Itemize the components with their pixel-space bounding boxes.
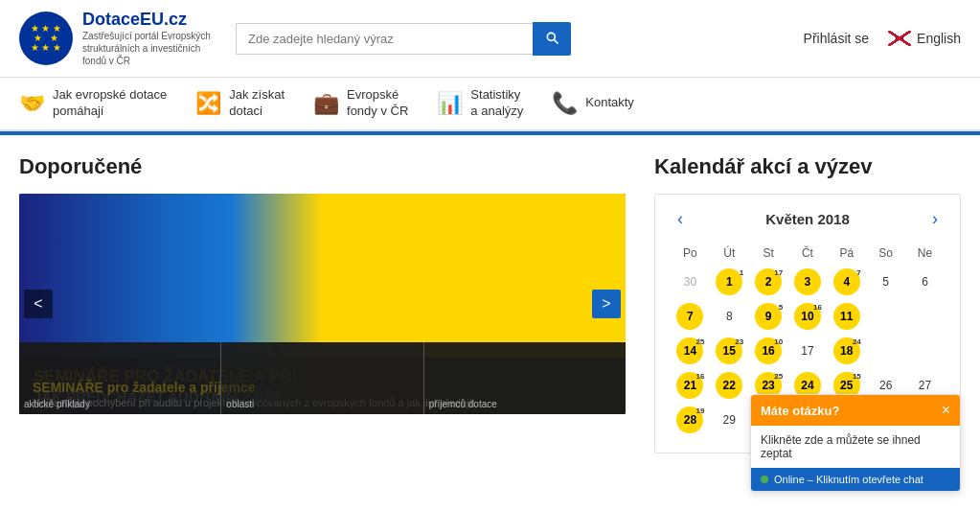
nav-jak-ziskat[interactable]: 🔀 Jak získat dotaci (195, 87, 285, 120)
calendar-cell[interactable]: 2116 (672, 369, 709, 402)
chart-icon: 📊 (437, 91, 463, 116)
calendar-cell: 30 (672, 266, 709, 298)
calendar-cell (906, 300, 944, 333)
search-icon (544, 30, 559, 45)
cal-header-ne: Ne (906, 243, 944, 264)
eu-logo: ★ ★ ★★ ★★ ★ ★ (19, 12, 73, 65)
nav-statistiky[interactable]: 📊 Statistiky a analýzy (437, 87, 523, 120)
calendar-cell[interactable]: 1016 (789, 300, 827, 333)
calendar-cell[interactable]: 1425 (672, 335, 709, 367)
cal-header-so: So (867, 243, 904, 264)
site-subtitle: Zastřešující portál Evropských strukturá… (82, 30, 217, 67)
carousel-next-button[interactable]: > (592, 290, 621, 318)
calendar-next-button[interactable]: › (924, 209, 946, 229)
header-right: Přihlásit se English (804, 31, 961, 46)
calendar-cell[interactable]: 22 (711, 369, 748, 402)
calendar-title: Kalendář akcí a výzev (654, 154, 961, 179)
language-label: English (917, 31, 961, 46)
calendar-month-label: Květen 2018 (765, 211, 850, 227)
calendar-cell: 17 (789, 335, 827, 367)
login-link[interactable]: Přihlásit se (804, 31, 869, 46)
search-area (236, 22, 571, 56)
cal-header-st: St (750, 243, 787, 264)
nav-kontakty[interactable]: 📞 Kontakty (552, 91, 634, 116)
chat-header-label: Máte otázku? (761, 404, 839, 418)
recommended-title: Doporučené (19, 154, 626, 179)
thumb-1: aktické příklady (19, 342, 221, 414)
carousel-prev-button[interactable]: < (24, 290, 53, 318)
calendar-cell[interactable]: 11 (828, 300, 865, 333)
search-button[interactable] (533, 22, 571, 56)
calendar-cell[interactable]: 47 (828, 266, 865, 298)
nav-statistiky-label: Statistiky a analýzy (470, 87, 523, 120)
cal-header-po: Po (672, 243, 709, 264)
language-selector[interactable]: English (888, 31, 961, 46)
chat-widget: Máte otázku? × Klikněte zde a můžete se … (750, 394, 961, 473)
chat-footer[interactable]: Online – Kliknutím otevřete chat (751, 468, 960, 473)
chat-close-button[interactable]: × (942, 403, 950, 418)
calendar-cell[interactable]: 3 (789, 266, 827, 298)
left-column: Doporučené SEMINÁŘE PRO ŽADATELE A PŘÍ J… (19, 154, 626, 453)
uk-flag-icon (888, 31, 911, 46)
site-title: DotaceEU.cz (82, 10, 217, 30)
calendar-cell (867, 300, 904, 333)
calendar-cell[interactable]: 11 (711, 266, 748, 298)
thumb-3: příjemců dotace (424, 342, 626, 414)
nav-jak-ziskat-label: Jak získat dotaci (229, 87, 285, 120)
carousel-thumbs: aktické příklady oblasti příjemců dotace (19, 342, 626, 414)
calendar-prev-button[interactable]: ‹ (670, 209, 691, 229)
people-icon: 🤝 (19, 91, 45, 116)
eu-stars: ★ ★ ★★ ★★ ★ ★ (31, 24, 62, 53)
signpost-icon: 🔀 (195, 91, 221, 116)
chat-header: Máte otázku? × (751, 395, 960, 426)
calendar-cell: 29 (711, 404, 748, 436)
calendar-cell (906, 335, 944, 367)
phone-icon: 📞 (552, 91, 578, 116)
cal-header-ct: Čt (789, 243, 827, 264)
header: ★ ★ ★★ ★★ ★ ★ DotaceEU.cz Zastřešující p… (0, 0, 980, 78)
chat-body: Klikněte zde a můžete se ihned zeptat (751, 426, 960, 468)
calendar-cell[interactable]: 95 (750, 300, 787, 333)
calendar-cell[interactable]: 1523 (711, 335, 748, 367)
calendar-cell[interactable]: 217 (750, 266, 787, 298)
nav-evropske-fondy-label: Evropské fondy v ČR (347, 87, 408, 120)
nav-evropske-fondy[interactable]: 💼 Evropské fondy v ČR (313, 87, 408, 120)
cal-header-ut: Út (711, 243, 748, 264)
cal-header-pa: Pá (828, 243, 865, 264)
calendar-cell[interactable]: 1824 (828, 335, 865, 367)
nav-jak-evropske-label: Jak evropské dotace pomáhají (53, 87, 167, 120)
thumb-2: oblasti (221, 342, 423, 414)
carousel: SEMINÁŘE PRO ŽADATELE A PŘÍ JAK PŘEDCHÁZ… (19, 194, 626, 414)
calendar-cell: 6 (906, 266, 944, 298)
chat-body-text: Klikněte zde a můžete se ihned zeptat (761, 433, 921, 460)
calendar-cell: 5 (867, 266, 904, 298)
logo-area: ★ ★ ★★ ★★ ★ ★ DotaceEU.cz Zastřešující p… (19, 10, 217, 67)
calendar-cell: 8 (711, 300, 748, 333)
calendar-cell[interactable]: 2819 (672, 404, 709, 436)
calendar-header: ‹ Květen 2018 › (670, 209, 946, 229)
nav-jak-evropske[interactable]: 🤝 Jak evropské dotace pomáhají (19, 87, 167, 120)
logo-text: DotaceEU.cz Zastřešující portál Evropský… (82, 10, 217, 67)
main-nav: 🤝 Jak evropské dotace pomáhají 🔀 Jak zís… (0, 78, 980, 131)
nav-kontakty-label: Kontakty (585, 95, 634, 111)
search-input[interactable] (236, 23, 533, 55)
calendar-cell (867, 335, 904, 367)
calendar-cell[interactable]: 7 (672, 300, 709, 333)
funds-icon: 💼 (313, 91, 339, 116)
calendar-cell[interactable]: 1610 (750, 335, 787, 367)
